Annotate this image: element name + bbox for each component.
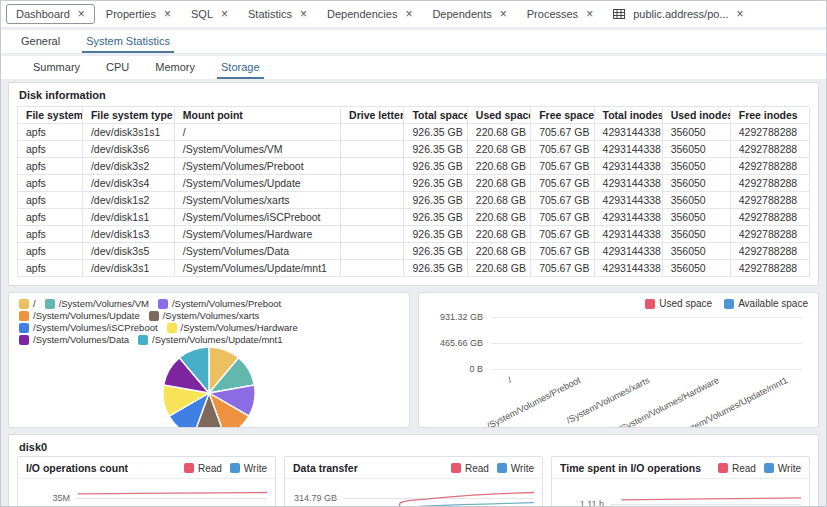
- table-cell: 356050: [662, 192, 730, 209]
- table-cell: /System/Volumes/Hardware: [174, 226, 340, 243]
- panel-title: Data transfer: [293, 462, 358, 474]
- pie-legend-item[interactable]: /: [19, 298, 36, 309]
- bar-ytick-label: 931.32 GB: [440, 312, 483, 322]
- table-cell: 705.67 GB: [531, 243, 594, 260]
- close-icon[interactable]: ×: [164, 9, 171, 19]
- line-legend-item[interactable]: Write: [497, 463, 534, 474]
- legend-swatch: [158, 299, 168, 309]
- legend-label: Write: [244, 463, 267, 474]
- table-cell: apfs: [18, 141, 83, 158]
- table-cell: 220.68 GB: [467, 260, 530, 277]
- line-legend-item[interactable]: Read: [184, 463, 222, 474]
- tab-dashboard[interactable]: Dashboard ×: [6, 4, 95, 24]
- close-icon[interactable]: ×: [221, 9, 228, 19]
- table-cell: [341, 124, 404, 141]
- bar-ytick-label: 465.66 GB: [440, 338, 483, 348]
- disk-usage-pie-card: //System/Volumes/VM/System/Volumes/Prebo…: [8, 292, 410, 428]
- line-legend-item[interactable]: Read: [451, 463, 489, 474]
- tab-statistics[interactable]: Statistics ×: [239, 5, 316, 23]
- column-header: Drive letter: [341, 107, 404, 124]
- table-cell: 705.67 GB: [531, 158, 594, 175]
- close-icon[interactable]: ×: [300, 9, 307, 19]
- bar-legend-item[interactable]: Used space: [645, 298, 712, 309]
- tab-properties[interactable]: Properties ×: [97, 5, 180, 23]
- legend-swatch: [138, 335, 148, 345]
- legend-label: /System/Volumes/iSCPreboot: [33, 322, 158, 333]
- pie-legend-item[interactable]: /System/Volumes/Update: [19, 310, 140, 321]
- disk-information-card: Disk information File systemFile system …: [8, 82, 819, 286]
- tab-sql[interactable]: SQL ×: [182, 5, 237, 23]
- close-icon[interactable]: ×: [78, 9, 85, 19]
- pie-legend-item[interactable]: /System/Volumes/Hardware: [167, 322, 298, 333]
- tab-memory[interactable]: Memory: [151, 58, 199, 79]
- table-cell: /dev/disk3s1s1: [82, 124, 174, 141]
- disk-charts-row: //System/Volumes/VM/System/Volumes/Prebo…: [8, 292, 819, 428]
- table-cell: 926.35 GB: [404, 192, 467, 209]
- table-cell: 4293144338: [594, 226, 662, 243]
- pie-legend-item[interactable]: /System/Volumes/xarts: [149, 310, 260, 321]
- panel-title: Time spent in I/O operations: [560, 462, 701, 474]
- legend-swatch: [764, 463, 774, 473]
- table-cell: 356050: [662, 175, 730, 192]
- close-icon[interactable]: ×: [500, 9, 507, 19]
- legend-swatch: [451, 463, 461, 473]
- line-chart-svg: [343, 485, 534, 507]
- legend-label: /System/Volumes/Data: [33, 334, 129, 345]
- pie-legend-item[interactable]: /System/Volumes/Data: [19, 334, 129, 345]
- tab-dependencies[interactable]: Dependencies ×: [318, 5, 421, 23]
- close-icon[interactable]: ×: [586, 9, 593, 19]
- pie-legend-item[interactable]: /System/Volumes/Preboot: [158, 298, 281, 309]
- pie-legend-item[interactable]: /System/Volumes/iSCPreboot: [19, 322, 158, 333]
- pie-legend-item[interactable]: /System/Volumes/VM: [45, 298, 149, 309]
- table-cell: 4293144338: [594, 192, 662, 209]
- table-cell: [341, 226, 404, 243]
- table-cell: [341, 243, 404, 260]
- tab-processes[interactable]: Processes ×: [518, 5, 602, 23]
- tab-query-tool[interactable]: public.address/po... ×: [604, 5, 752, 23]
- tab-dependents[interactable]: Dependents ×: [423, 5, 515, 23]
- pie-legend-item[interactable]: /System/Volumes/Update/mnt1: [138, 334, 282, 345]
- tab-general[interactable]: General: [17, 32, 64, 53]
- table-row: apfs/dev/disk3s4/System/Volumes/Update92…: [18, 175, 810, 192]
- disk0-title: disk0: [9, 435, 818, 456]
- legend-swatch: [19, 299, 29, 309]
- bar-legend-item[interactable]: Available space: [724, 298, 808, 309]
- table-cell: 4292788288: [730, 158, 809, 175]
- table-cell: 220.68 GB: [467, 209, 530, 226]
- tab-cpu[interactable]: CPU: [102, 58, 133, 79]
- table-cell: 4292788288: [730, 243, 809, 260]
- column-header: Mount point: [174, 107, 340, 124]
- table-cell: 220.68 GB: [467, 158, 530, 175]
- close-icon[interactable]: ×: [737, 9, 744, 19]
- table-grid-icon: [613, 8, 625, 20]
- bars-container: [491, 317, 802, 369]
- column-header: Total space: [404, 107, 467, 124]
- line-legend-item[interactable]: Write: [764, 463, 801, 474]
- disk0-card: disk0 I/O operations countReadWrite35M30…: [8, 434, 819, 507]
- tab-label: Statistics: [248, 8, 292, 20]
- disk0-panels: I/O operations countReadWrite35M30MData …: [9, 456, 818, 507]
- disk-table-body: apfs/dev/disk3s1s1/926.35 GB220.68 GB705…: [18, 124, 810, 277]
- panel-legend: ReadWrite: [718, 463, 801, 474]
- line-series-read: [621, 498, 801, 500]
- table-cell: /dev/disk1s2: [82, 192, 174, 209]
- column-header: File system type: [82, 107, 174, 124]
- line-legend-item[interactable]: Read: [718, 463, 756, 474]
- table-cell: /System/Volumes/Preboot: [174, 158, 340, 175]
- legend-label: /System/Volumes/Hardware: [181, 322, 298, 333]
- tab-summary[interactable]: Summary: [29, 58, 84, 79]
- legend-label: /System/Volumes/xarts: [163, 310, 260, 321]
- panel-header: Time spent in I/O operationsReadWrite: [552, 457, 809, 479]
- table-cell: 926.35 GB: [404, 226, 467, 243]
- tab-label: Dashboard: [16, 8, 70, 20]
- tab-storage[interactable]: Storage: [217, 58, 264, 79]
- legend-label: Read: [465, 463, 489, 474]
- line-legend-item[interactable]: Write: [230, 463, 267, 474]
- table-cell: [341, 158, 404, 175]
- panel-legend: ReadWrite: [184, 463, 267, 474]
- table-cell: 705.67 GB: [531, 209, 594, 226]
- space-bar-chart-card: Used spaceAvailable space 931.32 GB465.6…: [418, 292, 819, 428]
- legend-label: Read: [198, 463, 222, 474]
- tab-system-statistics[interactable]: System Statistics: [82, 32, 174, 53]
- close-icon[interactable]: ×: [405, 9, 412, 19]
